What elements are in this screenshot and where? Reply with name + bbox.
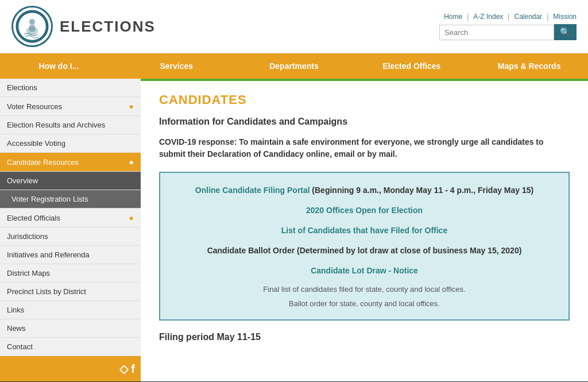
mission-link[interactable]: Mission bbox=[553, 13, 577, 21]
filing-note-2: Ballot order for state, county and local… bbox=[174, 299, 555, 308]
expand-icon-voter: ● bbox=[129, 102, 134, 111]
covid-notice: COVID-19 response: To maintain a safe en… bbox=[159, 136, 570, 160]
content-area: CANDIDATES Information for Candidates an… bbox=[141, 79, 588, 381]
filing-row-4: Candidate Ballot Order (Determined by lo… bbox=[174, 245, 555, 257]
offices-open-link[interactable]: 2020 Offices Open for Election bbox=[306, 206, 423, 215]
search-input[interactable] bbox=[439, 25, 554, 40]
candidates-filed-link[interactable]: List of Candidates that have Filed for O… bbox=[281, 226, 447, 235]
sidebar-label-initiatives: Initiatives and Referenda bbox=[7, 250, 90, 259]
sidebar-label-overview: Overview bbox=[7, 176, 38, 185]
sidebar-item-elected-officials[interactable]: Elected Officials ● bbox=[0, 209, 141, 227]
sidebar-label-elections: Elections bbox=[7, 83, 37, 92]
main-layout: Elections Voter Resources ● Election Res… bbox=[0, 79, 588, 381]
home-link[interactable]: Home bbox=[444, 13, 462, 21]
sidebar-footer: ◇ f bbox=[0, 356, 141, 381]
sidebar-item-news[interactable]: News bbox=[0, 319, 141, 338]
nav-departments[interactable]: Departments bbox=[235, 53, 353, 79]
filing-row-1: Online Candidate Filing Portal (Beginnin… bbox=[174, 184, 555, 196]
sidebar-label-accessible-voting: Accessible Voting bbox=[7, 139, 65, 148]
filing-row-3: List of Candidates that have Filed for O… bbox=[174, 225, 555, 237]
sidebar-label-precinct-lists: Precinct Lists by District bbox=[7, 287, 86, 296]
sidebar-item-district-maps[interactable]: District Maps bbox=[0, 264, 141, 283]
sidebar-label-voter-resources: Voter Resources bbox=[7, 102, 62, 111]
sidebar-label-news: News bbox=[7, 324, 26, 333]
page-title: CANDIDATES bbox=[159, 92, 570, 107]
lot-draw-link[interactable]: Candidate Lot Draw - Notice bbox=[311, 266, 418, 275]
nav-elected-offices[interactable]: Elected Offices bbox=[353, 53, 470, 79]
online-portal-suffix: (Beginning 9 a.m., Monday May 11 - 4 p.m… bbox=[312, 186, 533, 195]
sidebar-item-voter-reg-lists[interactable]: Voter Registration Lists bbox=[0, 190, 141, 209]
filing-note-1: Final list of candidates filed for state… bbox=[174, 285, 555, 294]
info-subheading: Information for Candidates and Campaigns bbox=[159, 117, 570, 127]
sidebar-item-election-results[interactable]: Election Results and Archives bbox=[0, 116, 141, 134]
online-portal-link[interactable]: Online Candidate Filing Portal bbox=[195, 186, 310, 195]
nav-maps-records[interactable]: Maps & Records bbox=[470, 53, 588, 79]
az-index-link[interactable]: A-Z Index bbox=[473, 13, 503, 21]
sidebar-item-precinct-lists[interactable]: Precinct Lists by District bbox=[0, 283, 141, 301]
sidebar-item-voter-resources[interactable]: Voter Resources ● bbox=[0, 97, 141, 116]
svg-point-3 bbox=[29, 19, 35, 25]
nav-how-do-i[interactable]: How do I... bbox=[0, 53, 118, 79]
filing-row-2: 2020 Offices Open for Election bbox=[174, 204, 555, 217]
sidebar-label-election-results: Election Results and Archives bbox=[7, 121, 105, 129]
sidebar-label-district-maps: District Maps bbox=[7, 269, 50, 277]
sidebar-label-jurisdictions: Jurisdictions bbox=[7, 232, 48, 241]
expand-icon-candidates: ● bbox=[129, 157, 134, 167]
green-top-border bbox=[141, 79, 588, 81]
sidebar-item-elections[interactable]: Elections bbox=[0, 79, 141, 97]
sidebar-label-links: Links bbox=[7, 306, 24, 314]
sidebar-item-initiatives[interactable]: Initiatives and Referenda bbox=[0, 246, 141, 264]
ballot-order-text: Candidate Ballot Order (Determined by lo… bbox=[207, 246, 522, 255]
sidebar-item-candidate-resources[interactable]: Candidate Resources ● bbox=[0, 153, 141, 172]
header-right: Home | A-Z Index | Calendar | Mission 🔍 bbox=[439, 13, 577, 40]
svg-rect-4 bbox=[29, 25, 35, 32]
header: ELECTIONS Home | A-Z Index | Calendar | … bbox=[0, 0, 588, 53]
top-links: Home | A-Z Index | Calendar | Mission bbox=[444, 13, 577, 21]
sidebar-item-contact[interactable]: Contact bbox=[0, 338, 141, 356]
calendar-link[interactable]: Calendar bbox=[514, 13, 542, 21]
sidebar-item-accessible-voting[interactable]: Accessible Voting bbox=[0, 134, 141, 153]
search-bar: 🔍 bbox=[439, 24, 577, 40]
filing-row-5: Candidate Lot Draw - Notice bbox=[174, 265, 555, 277]
sidebar-item-links[interactable]: Links bbox=[0, 301, 141, 319]
search-button[interactable]: 🔍 bbox=[554, 24, 577, 40]
logo-circle bbox=[11, 6, 53, 47]
filing-box: Online Candidate Filing Portal (Beginnin… bbox=[159, 172, 570, 321]
elections-title: ELECTIONS bbox=[60, 18, 156, 36]
expand-icon-elected: ● bbox=[129, 213, 134, 222]
sidebar-item-jurisdictions[interactable]: Jurisdictions bbox=[0, 227, 141, 246]
facebook-icon[interactable]: ◇ f bbox=[119, 362, 135, 376]
sidebar-item-overview[interactable]: Overview bbox=[0, 172, 141, 190]
sidebar-label-candidate-resources: Candidate Resources bbox=[7, 158, 79, 167]
sidebar-label-voter-reg-lists: Voter Registration Lists bbox=[11, 195, 88, 203]
nav-services[interactable]: Services bbox=[118, 53, 235, 79]
sidebar-label-elected-officials: Elected Officials bbox=[7, 214, 60, 222]
sidebar-label-contact: Contact bbox=[7, 342, 33, 351]
navbar: How do I... Services Departments Elected… bbox=[0, 53, 588, 79]
sidebar: Elections Voter Resources ● Election Res… bbox=[0, 79, 141, 381]
section-filing-period: Filing period May 11-15 bbox=[159, 332, 570, 342]
logo-area: ELECTIONS bbox=[11, 6, 156, 47]
county-seal-icon bbox=[15, 9, 49, 44]
